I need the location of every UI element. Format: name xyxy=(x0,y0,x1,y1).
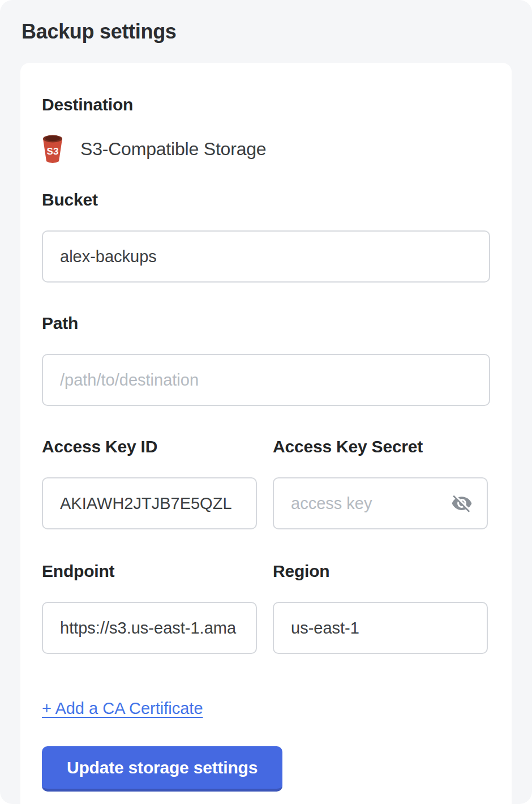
region-column: Region xyxy=(273,561,488,686)
bucket-label: Bucket xyxy=(42,190,490,210)
add-ca-certificate-link[interactable]: + Add a CA Certificate xyxy=(42,699,203,718)
update-storage-settings-button[interactable]: Update storage settings xyxy=(42,746,282,792)
region-label: Region xyxy=(273,561,488,581)
toggle-secret-visibility-button[interactable] xyxy=(449,492,475,515)
access-key-id-column: Access Key ID xyxy=(42,437,257,561)
path-label: Path xyxy=(42,313,490,333)
access-key-row: Access Key ID Access Key Secret xyxy=(42,437,490,561)
s3-bucket-icon: S3 xyxy=(42,134,63,164)
access-key-id-label: Access Key ID xyxy=(42,437,257,457)
backup-settings-screen: Backup settings Destination S3 S3-Compat… xyxy=(0,0,532,804)
destination-label: Destination xyxy=(42,95,490,115)
region-input[interactable] xyxy=(273,602,488,654)
endpoint-column: Endpoint xyxy=(42,561,257,686)
endpoint-label: Endpoint xyxy=(42,561,257,581)
submit-row: Update storage settings xyxy=(42,746,490,792)
access-key-secret-wrap xyxy=(273,477,488,529)
svg-text:S3: S3 xyxy=(47,146,59,157)
endpoint-region-row: Endpoint Region xyxy=(42,561,490,686)
access-key-secret-column: Access Key Secret xyxy=(273,437,488,561)
page-title: Backup settings xyxy=(22,19,532,44)
path-input[interactable] xyxy=(42,354,490,406)
destination-value: S3-Compatible Storage xyxy=(80,139,266,160)
eye-off-icon xyxy=(449,493,475,514)
backup-settings-card: Destination S3 S3-Compatible Storage Buc… xyxy=(20,63,512,804)
access-key-secret-label: Access Key Secret xyxy=(273,437,488,457)
access-key-id-input[interactable] xyxy=(42,477,257,529)
bucket-input[interactable] xyxy=(42,230,490,283)
endpoint-input[interactable] xyxy=(42,602,257,654)
destination-row: S3 S3-Compatible Storage xyxy=(42,134,490,164)
